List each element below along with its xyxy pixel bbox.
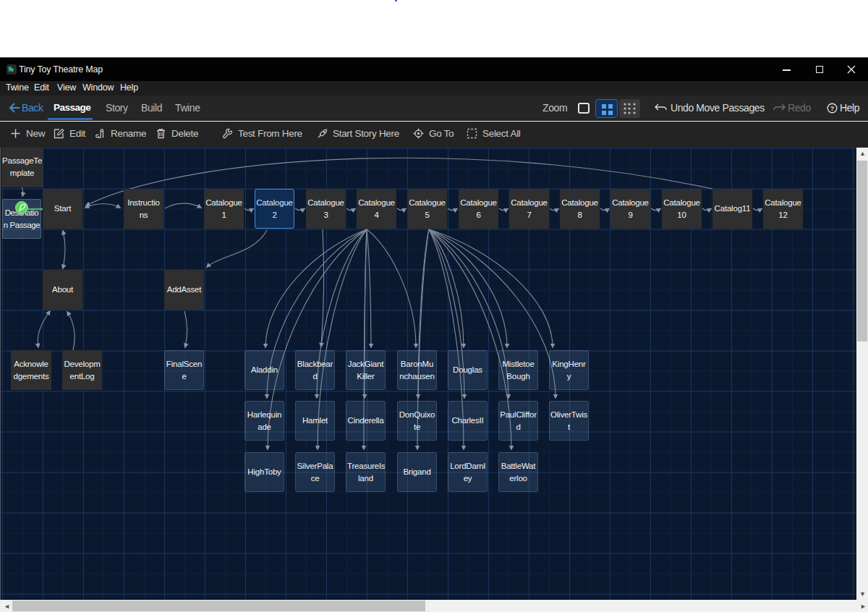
svg-text:?: ? [830,105,835,112]
